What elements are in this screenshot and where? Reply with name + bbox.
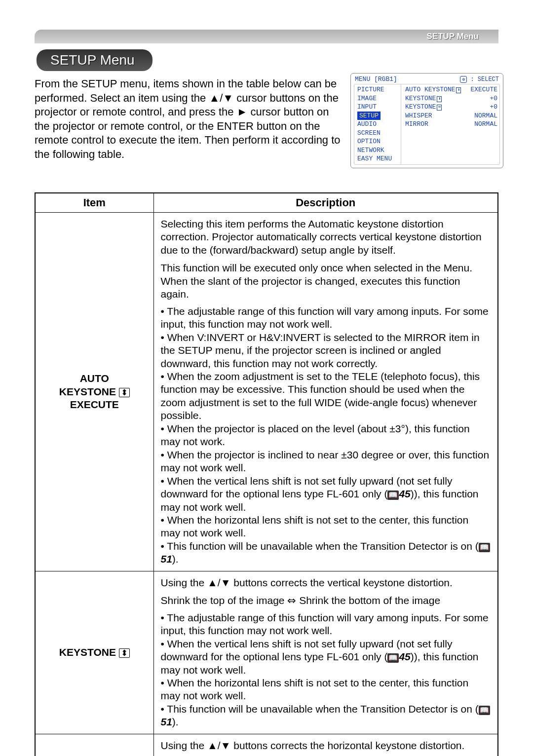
osd-menu-item: PICTURE [357, 85, 401, 94]
manual-page-ref: 📖45 [387, 488, 410, 499]
desc-cell: Using the ▲/▼ buttons corrects the verti… [153, 571, 498, 734]
item-cell: KEYSTONE ⬌ [35, 734, 153, 756]
setup-table: Item Description AUTOKEYSTONE ⬍EXECUTESe… [35, 192, 498, 756]
osd-menu-item: IMAGE [357, 94, 401, 103]
table-row: KEYSTONE ⬌Using the ▲/▼ buttons corrects… [35, 734, 498, 756]
item-cell: AUTOKEYSTONE ⬍EXECUTE [35, 213, 153, 571]
item-cell: KEYSTONE ⬍ [35, 571, 153, 734]
manual-page-ref: 📖45 [387, 651, 410, 662]
manual-page-ref: 📖51 [161, 540, 490, 565]
col-item: Item [35, 193, 153, 213]
osd-menu-item: OPTION [357, 137, 401, 146]
header-bar: SETUP Menu [35, 30, 498, 43]
table-row: KEYSTONE ⬍Using the ▲/▼ buttons corrects… [35, 571, 498, 734]
keystone-axis-icon: ⬍ [456, 87, 461, 93]
keystone-axis-icon: ⬍ [119, 388, 130, 397]
osd-menu-item: INPUT [357, 103, 401, 112]
osd-menu-item: EASY MENU [357, 154, 401, 163]
col-desc: Description [153, 193, 498, 213]
osd-value-row: KEYSTONE⬌+0 [405, 103, 497, 112]
osd-title-left: MENU [RGB1] [355, 76, 397, 83]
osd-right-values: AUTO KEYSTONE⬍EXECUTEKEYSTONE⬍+0KEYSTONE… [401, 84, 499, 164]
keystone-axis-icon: ⬍ [119, 648, 130, 658]
osd-value-row: MIRRORNORMAL [405, 120, 497, 129]
keystone-axis-icon: ⬌ [437, 105, 442, 111]
osd-value-row: WHISPERNORMAL [405, 112, 497, 120]
osd-panel: MENU [RGB1] ✲ : SELECT PICTUREIMAGEINPUT… [350, 73, 503, 168]
osd-value-row: KEYSTONE⬍+0 [405, 94, 497, 103]
header-bar-label: SETUP Menu [427, 32, 479, 41]
desc-cell: Using the ▲/▼ buttons corrects the horiz… [153, 734, 498, 756]
osd-menu-item: AUDIO [357, 120, 401, 129]
osd-menu-item: NETWORK [357, 146, 401, 155]
table-row: AUTOKEYSTONE ⬍EXECUTESelecting this item… [35, 213, 498, 571]
keystone-axis-icon: ⬍ [437, 96, 442, 102]
osd-select-label: : SELECT [470, 76, 499, 83]
osd-left-menu: PICTUREIMAGEINPUTSETUPAUDIOSCREENOPTIONN… [354, 84, 401, 164]
desc-cell: Selecting this item performs the Automat… [153, 213, 498, 571]
osd-menu-item: SCREEN [357, 129, 401, 138]
gear-icon: ✲ [460, 76, 467, 83]
intro-text: From the SETUP menu, items shown in the … [35, 77, 341, 162]
osd-value-row: AUTO KEYSTONE⬍EXECUTE [405, 85, 497, 94]
manual-page-ref: 📖51 [161, 703, 490, 727]
section-pill: SETUP Menu [37, 49, 152, 71]
osd-menu-item: SETUP [357, 112, 401, 120]
